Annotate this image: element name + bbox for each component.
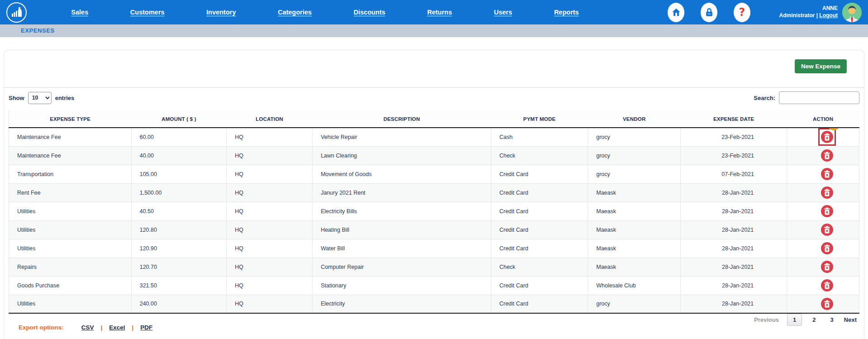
- new-expense-button[interactable]: New Expense: [795, 59, 847, 73]
- page-button-3[interactable]: 3: [826, 314, 838, 325]
- user-name: ANNE: [779, 5, 838, 12]
- column-header-2[interactable]: LOCATION: [227, 110, 313, 128]
- logout-link[interactable]: Logout: [819, 12, 838, 19]
- nav-item-reports[interactable]: Reports: [554, 9, 579, 16]
- cell-location: HQ: [227, 146, 313, 165]
- lock-icon[interactable]: [701, 3, 717, 22]
- cell-amount: 105.00: [131, 165, 227, 183]
- export-options-label: Export options:: [19, 324, 64, 331]
- cell-pymt-mode: Credit Card: [491, 220, 588, 239]
- notification-badge: 3: [827, 128, 840, 130]
- table-body: Maintenance Fee60.00HQVehicle RepairCash…: [9, 128, 859, 313]
- user-avatar[interactable]: [842, 3, 862, 22]
- page-size-control: Show 10 entries: [9, 92, 74, 104]
- export-csv-link[interactable]: CSV: [81, 324, 94, 331]
- column-header-6[interactable]: EXPENSE DATE: [681, 110, 787, 128]
- delete-expense-button[interactable]: [821, 186, 833, 199]
- page-button-2[interactable]: 2: [808, 314, 820, 325]
- cell-vendor: grocy: [588, 128, 681, 146]
- cell-description: Heating Bill: [313, 220, 491, 239]
- column-header-7[interactable]: ACTION: [787, 110, 859, 128]
- table-header-row: EXPENSE TYPEAMOUNT ( $ )LOCATIONDESCRIPT…: [9, 110, 859, 128]
- cell-expense-type: Rent Fee: [9, 183, 132, 202]
- cell-expense-date: 07-Feb-2021: [681, 165, 787, 183]
- cell-expense-type: Repairs: [9, 258, 132, 276]
- cell-location: HQ: [227, 295, 313, 313]
- trash-icon: [824, 133, 830, 141]
- cell-vendor: Maeask: [588, 220, 681, 239]
- app-logo[interactable]: [6, 2, 27, 23]
- cell-pymt-mode: Credit Card: [491, 239, 588, 258]
- action-wrap: [818, 239, 836, 257]
- cell-pymt-mode: Credit Card: [491, 165, 588, 183]
- table-row: Maintenance Fee40.00HQLawn ClearingCheck…: [9, 146, 859, 165]
- cell-expense-date: 28-Jan-2021: [681, 220, 787, 239]
- cell-expense-type: Utilities: [9, 295, 132, 313]
- action-wrap: [818, 202, 836, 220]
- delete-expense-button[interactable]: [821, 149, 833, 162]
- trash-icon: [824, 152, 830, 159]
- cell-pymt-mode: Cash: [491, 128, 588, 146]
- cell-pymt-mode: Credit Card: [491, 276, 588, 295]
- delete-expense-button[interactable]: [821, 168, 833, 180]
- next-page-button[interactable]: Next: [844, 316, 857, 323]
- nav-item-sales[interactable]: Sales: [71, 9, 88, 16]
- delete-expense-button[interactable]: [821, 205, 833, 217]
- export-links: CSV|Excel|PDF: [75, 324, 160, 331]
- cell-action: [787, 165, 859, 183]
- nav-item-returns[interactable]: Returns: [427, 9, 452, 16]
- nav-links: SalesCustomersInventoryCategoriesDiscoun…: [50, 9, 600, 16]
- action-wrap: 3: [818, 128, 836, 146]
- nav-item-categories[interactable]: Categories: [278, 9, 312, 16]
- search-input[interactable]: [779, 91, 859, 104]
- cell-description: Lawn Clearing: [313, 146, 491, 165]
- column-header-3[interactable]: DESCRIPTION: [313, 110, 491, 128]
- cell-action: [787, 276, 859, 295]
- delete-expense-button[interactable]: [821, 298, 833, 310]
- delete-expense-button[interactable]: [821, 224, 833, 236]
- trash-icon: [824, 244, 830, 252]
- cell-expense-date: 23-Feb-2021: [681, 146, 787, 165]
- table-head: EXPENSE TYPEAMOUNT ( $ )LOCATIONDESCRIPT…: [9, 110, 859, 128]
- column-header-0[interactable]: EXPENSE TYPE: [9, 110, 132, 128]
- nav-item-inventory[interactable]: Inventory: [206, 9, 236, 16]
- delete-expense-button[interactable]: [821, 131, 833, 143]
- column-header-5[interactable]: VENDOR: [588, 110, 681, 128]
- cell-expense-date: 28-Jan-2021: [681, 202, 787, 220]
- entries-label: entries: [55, 95, 75, 101]
- cell-action: [787, 258, 859, 276]
- help-icon[interactable]: ?: [734, 3, 750, 22]
- export-separator: |: [101, 324, 103, 331]
- cell-description: Electricity: [313, 295, 491, 313]
- export-pdf-link[interactable]: PDF: [140, 324, 152, 331]
- cell-expense-date: 28-Jan-2021: [681, 183, 787, 202]
- page-size-select[interactable]: 10: [28, 92, 52, 104]
- column-header-1[interactable]: AMOUNT ( $ ): [131, 110, 227, 128]
- export-excel-link[interactable]: Excel: [109, 324, 125, 331]
- delete-expense-button[interactable]: [821, 261, 833, 273]
- cell-action: [787, 295, 859, 313]
- nav-icons: ?: [668, 3, 750, 22]
- column-header-4[interactable]: PYMT MODE: [491, 110, 588, 128]
- avatar-icon: [842, 3, 862, 22]
- cell-vendor: Maeask: [588, 258, 681, 276]
- user-info: ANNE Administrator | Logout: [779, 5, 838, 19]
- cell-amount: 321.50: [131, 276, 227, 295]
- home-icon[interactable]: [668, 3, 684, 22]
- previous-page-button[interactable]: Previous: [754, 316, 779, 323]
- search-control: Search:: [754, 91, 859, 104]
- cell-location: HQ: [227, 276, 313, 295]
- nav-item-customers[interactable]: Customers: [130, 9, 165, 16]
- trash-icon: [824, 263, 830, 271]
- table-row: Utilities120.90HQWater BillCredit CardMa…: [9, 239, 859, 258]
- cell-expense-date: 28-Jan-2021: [681, 258, 787, 276]
- nav-item-discounts[interactable]: Discounts: [354, 9, 385, 16]
- delete-expense-button[interactable]: [821, 279, 833, 291]
- cell-location: HQ: [227, 258, 313, 276]
- delete-expense-button[interactable]: [821, 242, 833, 254]
- nav-item-users[interactable]: Users: [494, 9, 512, 16]
- page-button-1[interactable]: 1: [787, 314, 802, 326]
- cell-amount: 40.00: [131, 146, 227, 165]
- table-row: Transportation105.00HQMovement of GoodsC…: [9, 165, 859, 183]
- content-card: New Expense Show 10 entries Search: EXPE…: [4, 50, 864, 339]
